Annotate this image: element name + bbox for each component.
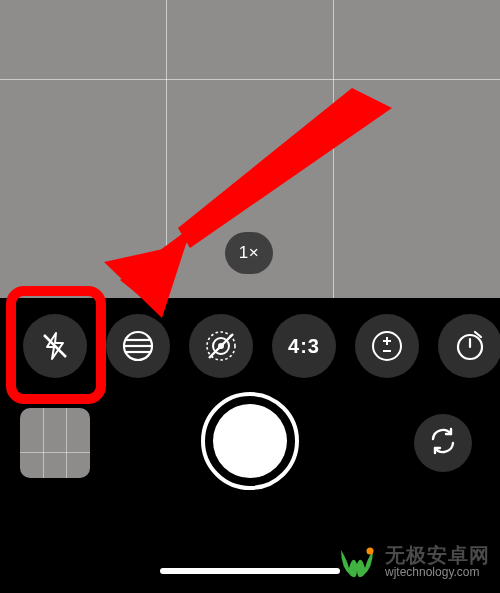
zoom-level-label: 1× xyxy=(239,243,259,263)
aspect-ratio-label: 4:3 xyxy=(288,335,320,358)
grid-line xyxy=(66,408,67,478)
switch-camera-icon xyxy=(427,425,459,461)
filter-lines-icon xyxy=(121,329,155,363)
grid-line xyxy=(43,408,44,478)
watermark-subtitle: wjtechnology.com xyxy=(385,566,490,579)
camera-viewfinder[interactable]: 1× xyxy=(0,0,500,298)
grid-line xyxy=(20,452,90,453)
flash-button[interactable] xyxy=(23,314,87,378)
filter-button[interactable] xyxy=(106,314,170,378)
camera-options-row: 4:3 xyxy=(0,314,500,378)
grid-line xyxy=(0,79,500,80)
exposure-button[interactable] xyxy=(355,314,419,378)
watermark-title: 无极安卓网 xyxy=(385,544,490,566)
timer-icon xyxy=(453,329,487,363)
flash-off-icon xyxy=(39,330,71,362)
svg-point-9 xyxy=(373,332,401,360)
watermark-text: 无极安卓网 wjtechnology.com xyxy=(385,544,490,579)
home-indicator[interactable] xyxy=(160,568,340,574)
grid-line xyxy=(166,0,167,298)
aspect-ratio-button[interactable]: 4:3 xyxy=(272,314,336,378)
gallery-thumbnail[interactable] xyxy=(20,408,90,478)
grid-line xyxy=(333,0,334,298)
camera-screen: 1× xyxy=(0,0,500,593)
live-off-icon xyxy=(203,328,239,364)
shutter-button[interactable] xyxy=(213,404,287,478)
plus-minus-icon xyxy=(370,329,404,363)
live-photo-button[interactable] xyxy=(189,314,253,378)
zoom-level-button[interactable]: 1× xyxy=(225,232,273,274)
watermark: 无极安卓网 wjtechnology.com xyxy=(335,537,490,587)
timer-button[interactable] xyxy=(438,314,500,378)
svg-point-20 xyxy=(367,548,374,555)
watermark-logo-icon xyxy=(335,540,379,584)
switch-camera-button[interactable] xyxy=(414,414,472,472)
